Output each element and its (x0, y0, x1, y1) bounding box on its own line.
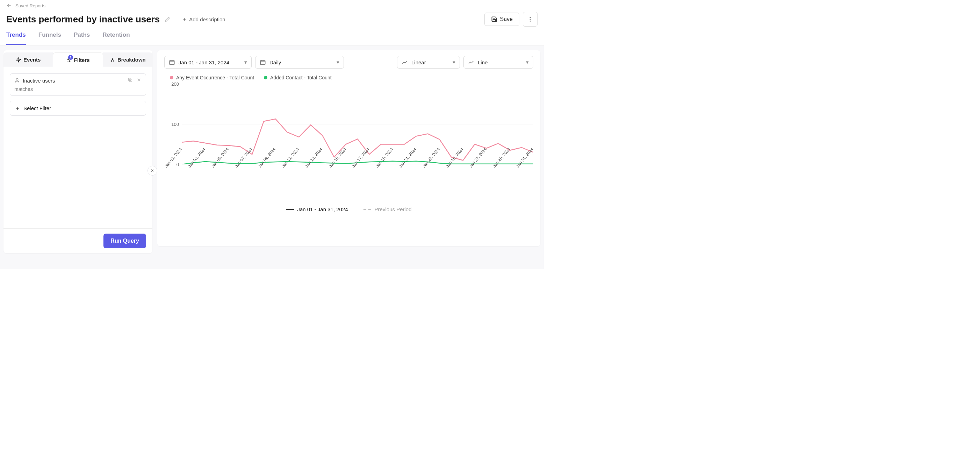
breakdown-icon (110, 57, 115, 62)
line-chart-icon (468, 59, 474, 65)
filter-card[interactable]: Inactive users matches (10, 73, 146, 96)
panel-tab-events[interactable]: Events (3, 53, 53, 67)
duplicate-filter-button[interactable] (127, 77, 133, 84)
scale-dropdown[interactable]: Linear ▾ (397, 56, 460, 69)
svg-marker-3 (16, 57, 21, 62)
chart-area: 0100200 Jan 01, 2024Jan 03, 2024Jan 05, … (164, 84, 533, 189)
chart-type-dropdown[interactable]: Line ▾ (463, 56, 533, 69)
tab-paths[interactable]: Paths (74, 31, 90, 45)
select-filter-button[interactable]: Select Filter (10, 101, 146, 116)
period-previous-label: Previous Period (375, 206, 412, 212)
close-icon (136, 77, 142, 83)
plus-icon (15, 106, 20, 111)
chevron-down-icon: ▾ (453, 59, 455, 65)
line-chart-icon (402, 59, 408, 65)
x-axis: Jan 01, 2024Jan 03, 2024Jan 05, 2024Jan … (182, 164, 533, 185)
select-filter-label: Select Filter (24, 105, 51, 111)
calendar-icon (169, 59, 175, 65)
edit-title-icon[interactable] (165, 16, 170, 22)
panel-tab-breakdown[interactable]: Breakdown (103, 53, 153, 67)
dashed-line-icon (363, 209, 371, 210)
save-button[interactable]: Save (484, 13, 519, 26)
remove-filter-button[interactable] (136, 77, 142, 84)
tab-retention[interactable]: Retention (102, 31, 130, 45)
panel-tab-filters-label: Filters (74, 57, 89, 63)
chevron-down-icon: ▾ (526, 59, 529, 65)
page-title: Events performed by inactive users (6, 14, 160, 25)
add-description-button[interactable]: Add description (182, 16, 225, 22)
arrow-left-icon (6, 3, 12, 8)
more-menu-button[interactable] (523, 12, 538, 27)
legend-dot-icon (170, 76, 173, 80)
date-range-label: Jan 01 - Jan 31, 2024 (178, 59, 229, 65)
legend-label: Any Event Occurrence - Total Count (176, 75, 254, 80)
add-description-label: Add description (189, 16, 225, 22)
interval-dropdown[interactable]: Daily ▾ (255, 56, 344, 69)
calendar-icon (260, 59, 266, 65)
svg-rect-14 (170, 61, 174, 65)
legend-label: Added Contact - Total Count (270, 75, 332, 80)
run-query-button[interactable]: Run Query (103, 234, 146, 248)
svg-point-7 (69, 61, 70, 62)
chart-panel: Jan 01 - Jan 31, 2024 ▾ Daily ▾ Linear ▾ (157, 50, 540, 246)
y-tick-label: 200 (171, 81, 179, 87)
chart-legend: Any Event Occurrence - Total Count Added… (170, 75, 533, 80)
save-icon (491, 16, 497, 22)
collapse-icon (150, 168, 155, 174)
scale-label: Linear (411, 59, 426, 65)
plot-area: Jan 01, 2024Jan 03, 2024Jan 05, 2024Jan … (182, 84, 533, 182)
plus-icon (182, 17, 187, 22)
svg-point-1 (530, 19, 531, 20)
filters-count-badge: 1 (68, 55, 73, 60)
collapse-panel-handle[interactable] (148, 166, 157, 175)
breadcrumb-label: Saved Reports (15, 3, 45, 8)
breadcrumb[interactable]: Saved Reports (6, 3, 538, 8)
svg-point-0 (530, 17, 531, 18)
config-panel: Events 1 Filters Breakdown Inactive user… (3, 50, 153, 253)
analysis-tabs: Trends Funnels Paths Retention (0, 31, 544, 45)
solid-line-icon (286, 209, 294, 210)
filter-name-label: Inactive users (23, 78, 55, 84)
tab-trends[interactable]: Trends (6, 31, 26, 45)
filter-condition-label: matches (14, 86, 142, 92)
y-tick-label: 0 (177, 162, 179, 167)
period-current-label: Jan 01 - Jan 31, 2024 (298, 206, 348, 212)
copy-icon (127, 77, 133, 83)
period-legend: Jan 01 - Jan 31, 2024 Previous Period (164, 206, 533, 212)
legend-item-series-1[interactable]: Any Event Occurrence - Total Count (170, 75, 254, 80)
date-range-dropdown[interactable]: Jan 01 - Jan 31, 2024 ▾ (164, 56, 251, 69)
y-tick-label: 100 (171, 122, 179, 127)
chart-type-label: Line (478, 59, 488, 65)
panel-tab-events-label: Events (24, 57, 41, 62)
save-label: Save (500, 16, 513, 22)
chevron-down-icon: ▾ (244, 59, 247, 65)
period-current[interactable]: Jan 01 - Jan 31, 2024 (286, 206, 348, 212)
panel-tab-filters[interactable]: 1 Filters (53, 53, 103, 67)
user-icon (14, 78, 20, 83)
chevron-down-icon: ▾ (337, 59, 339, 65)
bolt-icon (16, 57, 21, 62)
svg-point-2 (530, 21, 531, 22)
period-previous[interactable]: Previous Period (363, 206, 412, 212)
svg-point-11 (16, 79, 18, 80)
interval-label: Daily (269, 59, 281, 65)
legend-dot-icon (264, 76, 267, 80)
legend-item-series-2[interactable]: Added Contact - Total Count (264, 75, 332, 80)
tab-funnels[interactable]: Funnels (38, 31, 61, 45)
panel-tab-breakdown-label: Breakdown (118, 57, 146, 62)
svg-rect-18 (260, 61, 265, 65)
more-vertical-icon (527, 16, 533, 22)
